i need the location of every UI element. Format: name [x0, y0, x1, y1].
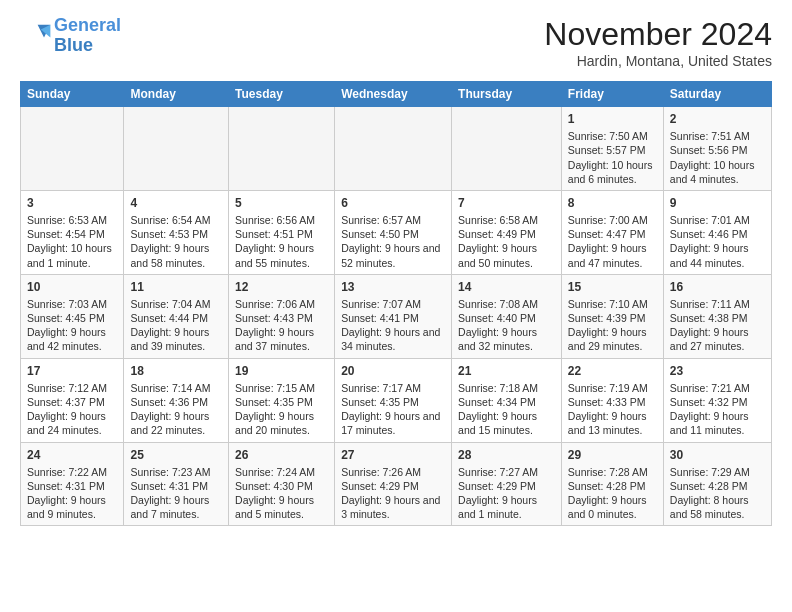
calendar-cell: 27Sunrise: 7:26 AMSunset: 4:29 PMDayligh… — [335, 442, 452, 526]
day-info-line: Sunset: 4:49 PM — [458, 227, 555, 241]
day-info-line: Daylight: 9 hours and 55 minutes. — [235, 241, 328, 269]
calendar-cell: 30Sunrise: 7:29 AMSunset: 4:28 PMDayligh… — [663, 442, 771, 526]
day-info-line: Sunset: 4:34 PM — [458, 395, 555, 409]
calendar-cell — [229, 107, 335, 191]
calendar-cell: 22Sunrise: 7:19 AMSunset: 4:33 PMDayligh… — [561, 358, 663, 442]
day-info-line: Daylight: 9 hours and 27 minutes. — [670, 325, 765, 353]
day-header-tuesday: Tuesday — [229, 82, 335, 107]
day-info-line: Daylight: 9 hours and 1 minute. — [458, 493, 555, 521]
day-info-line: Daylight: 9 hours and 13 minutes. — [568, 409, 657, 437]
day-info-line: Daylight: 9 hours and 20 minutes. — [235, 409, 328, 437]
day-number: 5 — [235, 195, 328, 211]
day-header-wednesday: Wednesday — [335, 82, 452, 107]
day-info-line: Daylight: 9 hours and 42 minutes. — [27, 325, 117, 353]
day-number: 26 — [235, 447, 328, 463]
location: Hardin, Montana, United States — [544, 53, 772, 69]
day-info-line: Daylight: 9 hours and 47 minutes. — [568, 241, 657, 269]
day-info-line: Sunrise: 7:14 AM — [130, 381, 222, 395]
day-number: 9 — [670, 195, 765, 211]
day-info-line: Sunset: 4:29 PM — [458, 479, 555, 493]
day-info-line: Sunset: 4:29 PM — [341, 479, 445, 493]
day-header-monday: Monday — [124, 82, 229, 107]
calendar-cell: 15Sunrise: 7:10 AMSunset: 4:39 PMDayligh… — [561, 274, 663, 358]
day-info-line: Daylight: 9 hours and 0 minutes. — [568, 493, 657, 521]
page: General Blue November 2024 Hardin, Monta… — [0, 0, 792, 542]
day-info-line: Sunrise: 7:28 AM — [568, 465, 657, 479]
calendar-cell: 17Sunrise: 7:12 AMSunset: 4:37 PMDayligh… — [21, 358, 124, 442]
day-info-line: Daylight: 9 hours and 44 minutes. — [670, 241, 765, 269]
day-number: 4 — [130, 195, 222, 211]
day-number: 8 — [568, 195, 657, 211]
day-info-line: Daylight: 9 hours and 34 minutes. — [341, 325, 445, 353]
logo-text: General Blue — [54, 16, 121, 56]
week-row-4: 17Sunrise: 7:12 AMSunset: 4:37 PMDayligh… — [21, 358, 772, 442]
calendar-cell: 25Sunrise: 7:23 AMSunset: 4:31 PMDayligh… — [124, 442, 229, 526]
day-info-line: Sunrise: 6:57 AM — [341, 213, 445, 227]
day-info-line: Sunset: 4:40 PM — [458, 311, 555, 325]
day-info-line: Sunset: 4:35 PM — [235, 395, 328, 409]
month-title: November 2024 — [544, 16, 772, 53]
day-info-line: Sunset: 4:37 PM — [27, 395, 117, 409]
day-info-line: Sunset: 4:45 PM — [27, 311, 117, 325]
header: General Blue November 2024 Hardin, Monta… — [20, 16, 772, 69]
day-number: 24 — [27, 447, 117, 463]
calendar-cell: 3Sunrise: 6:53 AMSunset: 4:54 PMDaylight… — [21, 190, 124, 274]
day-number: 7 — [458, 195, 555, 211]
week-row-5: 24Sunrise: 7:22 AMSunset: 4:31 PMDayligh… — [21, 442, 772, 526]
day-info-line: Sunset: 4:32 PM — [670, 395, 765, 409]
day-number: 25 — [130, 447, 222, 463]
day-info-line: Sunset: 4:50 PM — [341, 227, 445, 241]
day-number: 30 — [670, 447, 765, 463]
day-info-line: Sunrise: 7:21 AM — [670, 381, 765, 395]
day-number: 13 — [341, 279, 445, 295]
day-info-line: Sunrise: 7:12 AM — [27, 381, 117, 395]
day-info-line: Sunrise: 7:29 AM — [670, 465, 765, 479]
day-info-line: Daylight: 9 hours and 50 minutes. — [458, 241, 555, 269]
day-info-line: Sunset: 4:31 PM — [27, 479, 117, 493]
calendar-cell — [335, 107, 452, 191]
day-info-line: Sunrise: 6:56 AM — [235, 213, 328, 227]
day-info-line: Sunset: 4:36 PM — [130, 395, 222, 409]
day-info-line: Daylight: 9 hours and 11 minutes. — [670, 409, 765, 437]
calendar-cell: 28Sunrise: 7:27 AMSunset: 4:29 PMDayligh… — [452, 442, 562, 526]
calendar-cell — [452, 107, 562, 191]
day-number: 12 — [235, 279, 328, 295]
title-block: November 2024 Hardin, Montana, United St… — [544, 16, 772, 69]
day-info-line: Sunset: 4:28 PM — [670, 479, 765, 493]
day-info-line: Sunset: 4:47 PM — [568, 227, 657, 241]
day-info-line: Daylight: 9 hours and 3 minutes. — [341, 493, 445, 521]
day-info-line: Sunrise: 7:51 AM — [670, 129, 765, 143]
week-row-1: 1Sunrise: 7:50 AMSunset: 5:57 PMDaylight… — [21, 107, 772, 191]
day-info-line: Sunrise: 7:11 AM — [670, 297, 765, 311]
day-info-line: Sunset: 4:51 PM — [235, 227, 328, 241]
day-header-friday: Friday — [561, 82, 663, 107]
calendar-cell: 29Sunrise: 7:28 AMSunset: 4:28 PMDayligh… — [561, 442, 663, 526]
day-info-line: Daylight: 9 hours and 39 minutes. — [130, 325, 222, 353]
calendar-cell: 26Sunrise: 7:24 AMSunset: 4:30 PMDayligh… — [229, 442, 335, 526]
day-header-saturday: Saturday — [663, 82, 771, 107]
logo-line1: General — [54, 15, 121, 35]
logo-line2: Blue — [54, 35, 93, 55]
day-info-line: Daylight: 9 hours and 37 minutes. — [235, 325, 328, 353]
day-number: 28 — [458, 447, 555, 463]
day-info-line: Sunset: 4:44 PM — [130, 311, 222, 325]
day-info-line: Sunrise: 7:08 AM — [458, 297, 555, 311]
calendar-cell: 18Sunrise: 7:14 AMSunset: 4:36 PMDayligh… — [124, 358, 229, 442]
day-number: 21 — [458, 363, 555, 379]
day-header-sunday: Sunday — [21, 82, 124, 107]
day-info-line: Sunrise: 7:24 AM — [235, 465, 328, 479]
calendar-cell: 10Sunrise: 7:03 AMSunset: 4:45 PMDayligh… — [21, 274, 124, 358]
day-info-line: Sunrise: 7:19 AM — [568, 381, 657, 395]
logo-icon — [20, 20, 52, 52]
day-info-line: Sunset: 4:30 PM — [235, 479, 328, 493]
day-info-line: Sunset: 4:33 PM — [568, 395, 657, 409]
calendar-cell: 19Sunrise: 7:15 AMSunset: 4:35 PMDayligh… — [229, 358, 335, 442]
day-info-line: Sunrise: 6:54 AM — [130, 213, 222, 227]
day-info-line: Daylight: 9 hours and 29 minutes. — [568, 325, 657, 353]
day-number: 3 — [27, 195, 117, 211]
calendar-cell — [124, 107, 229, 191]
day-number: 29 — [568, 447, 657, 463]
day-info-line: Sunrise: 7:07 AM — [341, 297, 445, 311]
day-number: 22 — [568, 363, 657, 379]
day-info-line: Sunset: 4:43 PM — [235, 311, 328, 325]
